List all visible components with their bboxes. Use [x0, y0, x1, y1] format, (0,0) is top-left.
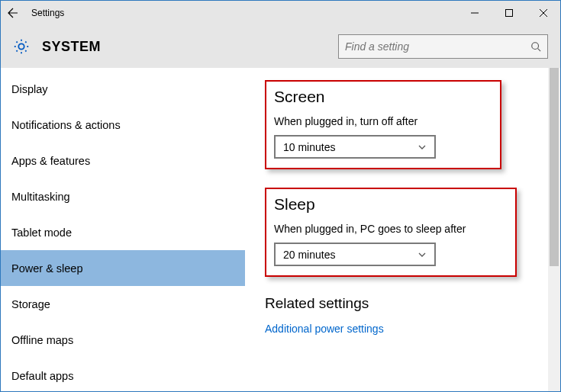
svg-point-1	[532, 43, 539, 50]
sidebar-item-default-apps[interactable]: Default apps	[1, 358, 245, 391]
dropdown-value: 10 minutes	[283, 141, 418, 153]
settings-window: Settings SYSTEM Display Notifications & …	[0, 0, 561, 392]
sidebar: Display Notifications & actions Apps & f…	[1, 68, 245, 391]
sidebar-item-storage[interactable]: Storage	[1, 286, 245, 322]
sidebar-item-display[interactable]: Display	[1, 71, 245, 107]
chevron-down-icon	[418, 250, 427, 259]
search-input[interactable]	[345, 40, 530, 53]
window-title: Settings	[25, 8, 457, 18]
sidebar-item-notifications[interactable]: Notifications & actions	[1, 107, 245, 143]
screen-heading: Screen	[274, 88, 492, 106]
minimize-icon	[471, 9, 479, 17]
chevron-down-icon	[418, 143, 427, 152]
vertical-scrollbar[interactable]	[548, 68, 560, 391]
sidebar-item-label: Storage	[11, 298, 50, 310]
body: Display Notifications & actions Apps & f…	[1, 68, 560, 391]
search-box[interactable]	[338, 34, 548, 59]
sidebar-item-label: Offline maps	[11, 334, 73, 346]
search-icon	[530, 41, 541, 52]
sidebar-item-label: Notifications & actions	[11, 119, 121, 131]
sidebar-item-label: Multitasking	[11, 191, 70, 203]
main-content: Screen When plugged in, turn off after 1…	[245, 68, 560, 391]
sidebar-item-label: Power & sleep	[11, 262, 83, 275]
close-button[interactable]	[526, 1, 560, 25]
maximize-icon	[505, 9, 513, 17]
sidebar-item-label: Default apps	[11, 370, 73, 382]
related-heading: Related settings	[265, 295, 542, 312]
sidebar-item-offline-maps[interactable]: Offline maps	[1, 322, 245, 358]
sleep-timeout-dropdown[interactable]: 20 minutes	[274, 243, 436, 266]
arrow-left-icon	[7, 7, 19, 19]
sidebar-item-label: Tablet mode	[11, 227, 72, 239]
sleep-heading: Sleep	[274, 195, 508, 214]
back-button[interactable]	[1, 1, 25, 25]
close-icon	[540, 9, 547, 17]
sidebar-item-apps[interactable]: Apps & features	[1, 143, 245, 178]
sidebar-item-label: Apps & features	[11, 155, 90, 167]
sidebar-item-power-sleep[interactable]: Power & sleep	[1, 250, 245, 286]
dropdown-value: 20 minutes	[283, 249, 418, 261]
sleep-label: When plugged in, PC goes to sleep after	[274, 223, 508, 235]
page-title: SYSTEM	[42, 39, 326, 55]
screen-section-highlight: Screen When plugged in, turn off after 1…	[265, 80, 501, 169]
titlebar: Settings	[1, 1, 560, 25]
minimize-button[interactable]	[457, 1, 492, 25]
maximize-button[interactable]	[492, 1, 526, 25]
scrollbar-thumb[interactable]	[550, 68, 559, 266]
svg-rect-0	[505, 10, 512, 17]
gear-icon	[13, 38, 30, 55]
screen-label: When plugged in, turn off after	[274, 115, 492, 127]
sidebar-item-tablet[interactable]: Tablet mode	[1, 214, 245, 250]
sidebar-item-label: Display	[11, 83, 48, 95]
window-controls	[457, 1, 560, 25]
header: SYSTEM	[1, 25, 560, 68]
screen-timeout-dropdown[interactable]: 10 minutes	[274, 135, 436, 159]
sidebar-item-multitasking[interactable]: Multitasking	[1, 178, 245, 214]
sleep-section-highlight: Sleep When plugged in, PC goes to sleep …	[265, 188, 517, 277]
additional-power-settings-link[interactable]: Additional power settings	[265, 323, 542, 335]
